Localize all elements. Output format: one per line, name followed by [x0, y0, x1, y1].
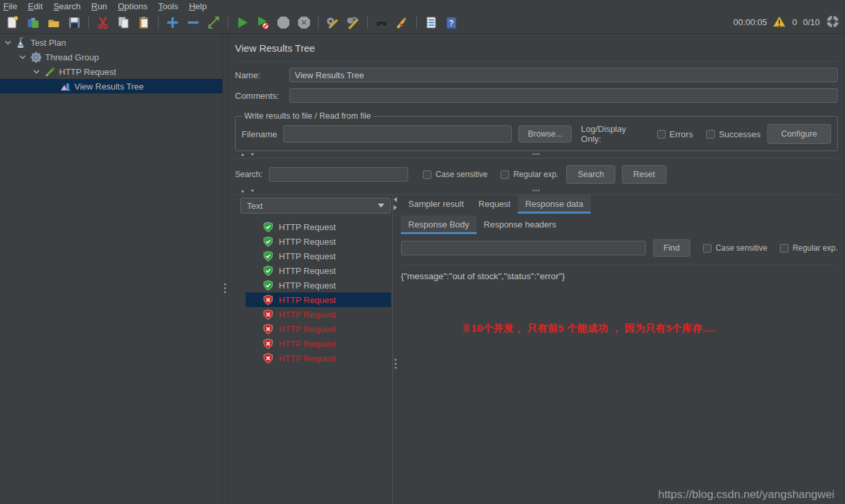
- result-label: HTTP Request: [279, 281, 336, 290]
- tree-item-http-request[interactable]: HTTP Request: [0, 64, 222, 79]
- result-row[interactable]: HTTP Request: [246, 263, 391, 278]
- search-bar: Search: Case sensitive Regular exp. Sear…: [235, 165, 838, 184]
- result-row[interactable]: HTTP Request: [246, 249, 391, 263]
- menu-run[interactable]: Run: [92, 1, 108, 11]
- shutdown-icon[interactable]: [295, 14, 313, 31]
- tree-item-thread-group[interactable]: Thread Group: [0, 50, 222, 64]
- tab-response-body[interactable]: Response Body: [401, 216, 477, 234]
- stop-icon[interactable]: [275, 14, 292, 31]
- new-icon[interactable]: [4, 14, 21, 31]
- chevron-down-icon[interactable]: [32, 70, 41, 74]
- result-row[interactable]: HTTP Request: [246, 322, 391, 336]
- templates-icon[interactable]: [25, 14, 42, 31]
- help-icon[interactable]: ?: [443, 14, 460, 31]
- chevron-down-icon[interactable]: [3, 40, 13, 45]
- toolbar-separator: [318, 16, 319, 29]
- find-case-group[interactable]: Case sensitive: [703, 243, 767, 253]
- tab-response-headers[interactable]: Response headers: [477, 216, 564, 234]
- warning-icon[interactable]: [773, 16, 786, 29]
- result-row[interactable]: HTTP Request: [246, 351, 391, 365]
- detail-tabs: Sampler result Request Response data: [401, 195, 838, 214]
- splitter-collapse-icons[interactable]: [240, 188, 257, 193]
- tab-response-data[interactable]: Response data: [518, 195, 590, 214]
- result-row[interactable]: HTTP Request: [246, 278, 391, 292]
- response-subtabs: Response Body Response headers: [401, 216, 838, 234]
- remove-icon[interactable]: [185, 14, 202, 31]
- horizontal-splitter[interactable]: [235, 188, 838, 195]
- toggle-icon[interactable]: [205, 14, 222, 31]
- elapsed-time: 00:00:05: [733, 17, 767, 27]
- errors-checkbox-group[interactable]: Errors: [657, 129, 693, 139]
- successes-checkbox[interactable]: [706, 130, 715, 139]
- tree-item-test-plan[interactable]: Test Plan: [0, 35, 222, 50]
- find-regex-group[interactable]: Regular exp.: [780, 243, 838, 253]
- tab-sampler-result[interactable]: Sampler result: [401, 195, 471, 214]
- name-input[interactable]: [289, 68, 838, 82]
- result-row[interactable]: HTTP Request: [246, 234, 391, 249]
- comments-input[interactable]: [289, 88, 838, 103]
- results-splitter[interactable]: [393, 195, 399, 504]
- cut-icon[interactable]: [94, 14, 112, 31]
- clear-icon[interactable]: [324, 14, 341, 31]
- search-reset-icon[interactable]: [394, 14, 411, 31]
- start-no-timers-icon[interactable]: [254, 14, 271, 31]
- menu-help[interactable]: Help: [189, 1, 207, 11]
- errors-label: Errors: [670, 129, 693, 139]
- filename-input[interactable]: [283, 125, 512, 143]
- result-row-selected[interactable]: HTTP Request: [246, 292, 391, 307]
- copy-icon[interactable]: [115, 14, 132, 31]
- result-row[interactable]: HTTP Request: [246, 220, 391, 234]
- reset-button[interactable]: Reset: [622, 165, 666, 184]
- chevron-down-icon[interactable]: [18, 55, 27, 60]
- tab-request[interactable]: Request: [471, 195, 518, 214]
- search-input[interactable]: [269, 167, 408, 182]
- paste-icon[interactable]: [135, 14, 153, 31]
- result-label: HTTP Request: [279, 222, 336, 232]
- start-icon[interactable]: [234, 14, 251, 31]
- case-sensitive-checkbox[interactable]: [423, 170, 431, 179]
- splitter-grip[interactable]: [395, 359, 397, 369]
- regular-exp-label: Regular exp.: [513, 170, 558, 179]
- menu-file[interactable]: File: [3, 1, 17, 11]
- view-mode-dropdown[interactable]: Text: [240, 198, 391, 214]
- thread-count: 0/10: [803, 17, 820, 27]
- search-button[interactable]: Search: [566, 165, 615, 184]
- menu-search[interactable]: Search: [53, 1, 80, 11]
- result-row[interactable]: HTTP Request: [246, 336, 391, 351]
- tree-item-view-results-tree[interactable]: View Results Tree: [0, 79, 222, 94]
- response-body-text[interactable]: {"message":"out of stock","status":"erro…: [401, 271, 838, 281]
- find-button[interactable]: Find: [653, 239, 690, 257]
- function-helper-icon[interactable]: [422, 14, 439, 31]
- menu-edit[interactable]: Edit: [28, 1, 42, 11]
- find-regular-exp-checkbox[interactable]: [780, 244, 789, 253]
- log-display-only-label: Log/Display Only:: [581, 124, 646, 144]
- splitter-grip[interactable]: [530, 187, 542, 194]
- menu-tools[interactable]: Tools: [158, 1, 178, 11]
- find-input[interactable]: [401, 241, 646, 255]
- errors-checkbox[interactable]: [657, 130, 666, 139]
- successes-checkbox-group[interactable]: Successes: [706, 129, 761, 139]
- configure-button[interactable]: Configure: [767, 124, 831, 144]
- menu-options[interactable]: Options: [117, 1, 147, 11]
- toolbar-separator: [88, 16, 89, 29]
- splitter-collapse-icons[interactable]: [394, 197, 397, 210]
- result-row[interactable]: HTTP Request: [246, 307, 391, 322]
- result-label: HTTP Request: [279, 339, 336, 349]
- success-shield-icon: [263, 280, 273, 291]
- tree-splitter[interactable]: [222, 34, 228, 504]
- splitter-grip[interactable]: [530, 151, 542, 157]
- add-icon[interactable]: [164, 14, 181, 31]
- browse-button[interactable]: Browse...: [518, 125, 572, 143]
- search-regex-group[interactable]: Regular exp.: [500, 170, 558, 179]
- error-shield-icon: [263, 338, 273, 349]
- splitter-collapse-icons[interactable]: [240, 152, 257, 157]
- find-case-sensitive-checkbox[interactable]: [703, 244, 712, 253]
- search-case-group[interactable]: Case sensitive: [423, 170, 487, 179]
- horizontal-splitter[interactable]: [235, 151, 838, 158]
- search-icon[interactable]: [373, 14, 390, 31]
- clear-all-icon[interactable]: [345, 14, 362, 31]
- splitter-grip[interactable]: [224, 283, 226, 293]
- regular-exp-checkbox[interactable]: [500, 170, 509, 179]
- save-icon[interactable]: [66, 14, 83, 31]
- open-icon[interactable]: [45, 14, 62, 31]
